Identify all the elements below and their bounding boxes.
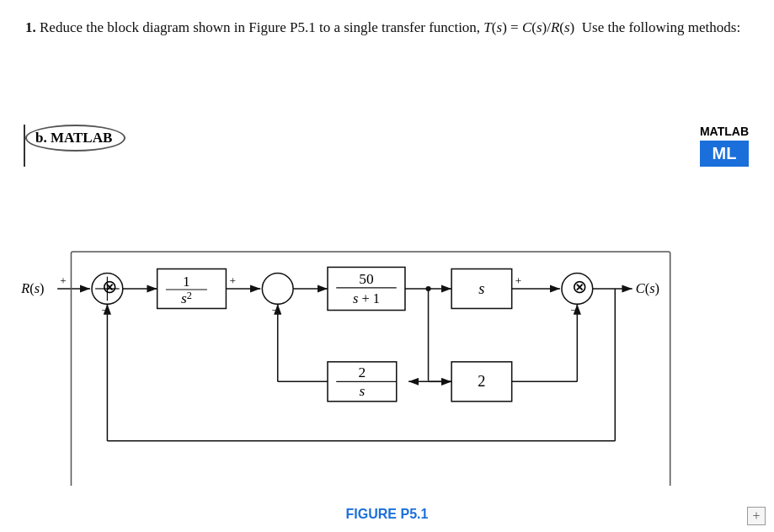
block1-numerator: 1 bbox=[183, 274, 190, 290]
matlab-badge: MATLAB ML bbox=[700, 125, 749, 167]
block2-numerator: 50 bbox=[359, 271, 374, 287]
question-text: 1. Reduce the block diagram shown in Fig… bbox=[25, 17, 749, 39]
sign-plus-2: + bbox=[230, 274, 236, 287]
sum-junction-2 bbox=[262, 274, 293, 305]
sign-plus-3: + bbox=[515, 274, 521, 287]
matlab-badge-box: ML bbox=[700, 141, 749, 167]
sign-plus-1: + bbox=[60, 274, 66, 287]
block1-box bbox=[157, 269, 227, 308]
diagram-area: text { font-family: 'Times New Roman', T… bbox=[13, 173, 761, 486]
block2-denominator: s + 1 bbox=[353, 290, 380, 306]
takeoff-dot-1 bbox=[425, 286, 430, 291]
question-number: 1. bbox=[25, 19, 36, 35]
figure-caption: FIGURE P5.1 bbox=[0, 507, 774, 522]
page: 1. Reduce the block diagram shown in Fig… bbox=[0, 0, 774, 532]
sum1-x: ⊗ bbox=[102, 276, 117, 297]
block5-numerator: 2 bbox=[359, 364, 366, 380]
plus-button[interactable]: + bbox=[747, 507, 766, 525]
block-diagram-svg: text { font-family: 'Times New Roman', T… bbox=[13, 173, 761, 486]
block5-denominator: s bbox=[359, 383, 365, 399]
sum3-x: ⊗ bbox=[572, 276, 587, 297]
sign-minus-2: − bbox=[272, 304, 278, 317]
matlab-badge-title: MATLAB bbox=[700, 125, 749, 138]
block4-label: 2 bbox=[478, 373, 485, 390]
part-b-container: b. MATLAB bbox=[25, 125, 125, 152]
sign-minus-3: − bbox=[570, 304, 576, 317]
sign-minus-1: − bbox=[101, 304, 107, 317]
rs-label: R(s) bbox=[20, 280, 44, 296]
part-b-oval: b. MATLAB bbox=[25, 125, 125, 152]
block3-label: s bbox=[478, 280, 484, 297]
cs-label: C(s) bbox=[636, 280, 659, 296]
